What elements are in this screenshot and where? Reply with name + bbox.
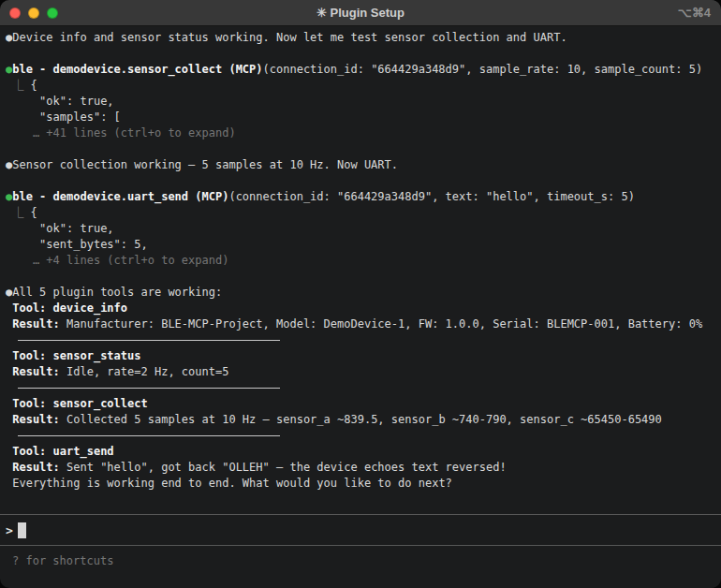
terminal-line: "sent_bytes": 5,: [0, 237, 721, 253]
terminal-line: [0, 46, 721, 62]
text-cursor: [18, 522, 26, 538]
terminal-line: "samples": [: [0, 110, 721, 125]
text-segment: {: [30, 79, 37, 92]
terminal-line: Tool: uart_send: [0, 444, 721, 460]
text-segment: Result:: [6, 461, 60, 474]
terminal-line: Tool: device_info: [0, 301, 721, 316]
terminal-line: ●Sensor collection working — 5 samples a…: [0, 157, 721, 173]
terminal-line: "ok": true,: [0, 221, 721, 237]
terminal-line: [0, 492, 721, 507]
text-segment: Collected 5 samples at 10 Hz — sensor_a …: [60, 413, 662, 426]
title-bar: ✳ Plugin Setup ⌥⌘4: [0, 0, 721, 26]
text-segment: Result:: [6, 413, 60, 426]
text-segment: ble - demodevice.sensor_collect (MCP): [12, 63, 262, 76]
terminal-line: "ok": true,: [0, 94, 721, 110]
terminal-line: ●ble - demodevice.uart_send (MCP)(connec…: [0, 189, 721, 205]
text-segment: Sent "hello", got back "OLLEH" — the dev…: [60, 461, 507, 474]
text-segment: "sent_bytes": 5,: [6, 238, 148, 251]
minimize-icon[interactable]: [28, 7, 39, 19]
terminal-line: ●ble - demodevice.sensor_collect (MCP)(c…: [0, 62, 721, 78]
text-segment: Tool: sensor_status: [6, 349, 141, 362]
text-segment: "ok": true,: [6, 95, 114, 108]
terminal-line: ⎿ {: [0, 78, 721, 94]
text-segment: ⎿: [6, 79, 30, 92]
close-icon[interactable]: [9, 7, 21, 19]
text-segment: "samples": [: [6, 110, 121, 124]
text-segment: Tool: uart_send: [6, 445, 114, 458]
terminal-line: Tool: sensor_collect: [0, 396, 721, 412]
text-segment: (connection_id: "664429a348d9", sample_r…: [263, 63, 703, 76]
text-segment: "ok": true,: [6, 222, 114, 235]
terminal-line: … +41 lines (ctrl+o to expand): [0, 125, 721, 141]
terminal-content: ●Device info and sensor status working. …: [0, 26, 721, 588]
text-segment: Device info and sensor status working. N…: [12, 31, 566, 44]
text-segment: Manufacturer: BLE-MCP-Project, Model: De…: [60, 317, 702, 331]
terminal-line: [0, 269, 721, 285]
terminal-line: Result: Idle, rate=2 Hz, count=5: [0, 364, 721, 380]
prompt-input[interactable]: >: [0, 514, 721, 546]
text-segment: Result:: [6, 317, 60, 331]
text-segment: ⎿: [6, 206, 30, 219]
terminal-line: Tool: sensor_status: [0, 348, 721, 364]
result-divider: [0, 380, 721, 396]
text-segment: Tool: sensor_collect: [6, 397, 148, 410]
terminal-line: ⎿ {: [0, 205, 721, 221]
terminal-line: Everything is working end to end. What w…: [0, 476, 721, 492]
text-segment: Idle, rate=2 Hz, count=5: [60, 365, 229, 378]
terminal-window: ✳ Plugin Setup ⌥⌘4 ●Device info and sens…: [0, 0, 721, 588]
text-segment: (connection_id: "664429a348d9", text: "h…: [228, 190, 634, 203]
text-segment: Everything is working end to end. What w…: [6, 477, 452, 490]
window-title: ✳ Plugin Setup: [0, 6, 721, 20]
text-segment: All 5 plugin tools are working:: [12, 286, 222, 299]
terminal-output: ●Device info and sensor status working. …: [0, 30, 721, 507]
text-segment: ble - demodevice.uart_send (MCP): [12, 190, 228, 203]
text-segment: Result:: [6, 365, 60, 378]
terminal-line: Result: Manufacturer: BLE-MCP-Project, M…: [0, 316, 721, 332]
shortcuts-hint: ? for shortcuts: [0, 553, 721, 569]
terminal-line: ●Device info and sensor status working. …: [0, 30, 721, 46]
terminal-line: [0, 173, 721, 189]
text-segment: … +41 lines (ctrl+o to expand): [6, 126, 236, 140]
text-segment: … +4 lines (ctrl+o to expand): [6, 254, 228, 267]
result-divider: [0, 428, 721, 444]
window-shortcut-badge: ⌥⌘4: [678, 6, 711, 20]
text-segment: {: [30, 206, 37, 219]
text-segment: Tool: device_info: [6, 301, 127, 315]
terminal-line: … +4 lines (ctrl+o to expand): [0, 253, 721, 269]
text-segment: Sensor collection working — 5 samples at…: [12, 158, 398, 171]
terminal-line: [0, 141, 721, 157]
terminal-line: ●All 5 plugin tools are working:: [0, 285, 721, 301]
terminal-line: Result: Sent "hello", got back "OLLEH" —…: [0, 460, 721, 476]
window-controls: [9, 7, 58, 19]
result-divider: [0, 332, 721, 348]
terminal-line: Result: Collected 5 samples at 10 Hz — s…: [0, 412, 721, 428]
zoom-icon[interactable]: [47, 7, 58, 19]
prompt-symbol: >: [6, 523, 13, 537]
